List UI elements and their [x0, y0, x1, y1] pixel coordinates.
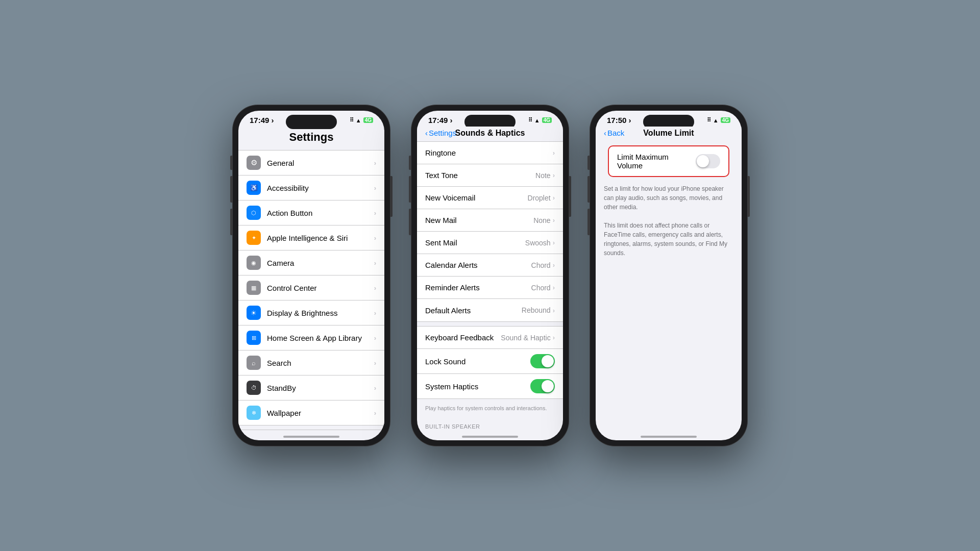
list-item-ringtone[interactable]: Ringtone › — [417, 142, 563, 164]
sounds-group-2: Keyboard Feedback Sound & Haptic › Lock … — [417, 326, 563, 399]
grid-icon-2: ⠿ — [528, 117, 532, 123]
status-bar-3: 17:50 › ⠿ ▲ 4G — [596, 111, 742, 127]
list-item-control-center[interactable]: ▦ Control Center › — [238, 276, 384, 300]
display-label: Display & Brightness — [267, 309, 374, 317]
haptics-note: Play haptics for system controls and int… — [417, 403, 563, 415]
accessibility-label: Accessibility — [267, 184, 374, 192]
apple-intelligence-label: Apple Intelligence & Siri — [267, 234, 374, 242]
standby-label: StandBy — [267, 384, 374, 392]
phone-2: 17:49 › ⠿ ▲ 4G ‹ Settings Sounds & Hapti… — [411, 105, 569, 446]
settings-title: Settings — [238, 127, 384, 150]
list-item-search[interactable]: ⌕ Search › — [238, 350, 384, 375]
ringtone-chevron: › — [553, 149, 555, 157]
action-button-label: Action Button — [267, 209, 374, 217]
grid-icon-3: ⠿ — [707, 117, 711, 123]
limit-volume-toggle[interactable] — [696, 154, 720, 168]
mute-switch-2 — [409, 156, 411, 170]
list-item-camera[interactable]: ◉ Camera › — [238, 251, 384, 276]
nav-title-3: Volume Limit — [643, 129, 694, 138]
list-item-default-alerts[interactable]: Default Alerts Rebound › — [417, 299, 563, 321]
control-center-chevron: › — [374, 284, 376, 292]
reminder-alerts-chevron: › — [553, 284, 555, 291]
text-tone-label: Text Tone — [425, 171, 535, 180]
sent-mail-value: Swoosh — [525, 239, 551, 247]
list-item-wallpaper[interactable]: ❄ Wallpaper › — [238, 400, 384, 425]
list-item-sent-mail[interactable]: Sent Mail Swoosh › — [417, 232, 563, 254]
display-icon: ☀ — [247, 306, 261, 320]
back-label-2: Settings — [429, 129, 456, 137]
nav-bar-2: ‹ Settings Sounds & Haptics — [417, 127, 563, 141]
calendar-alerts-value: Chord — [531, 261, 551, 269]
control-center-icon: ▦ — [247, 281, 261, 295]
camera-icon: ◉ — [247, 256, 261, 270]
list-item-general[interactable]: ⚙ General › — [238, 151, 384, 176]
sounds-haptics-content[interactable]: Ringtone › Text Tone Note › New Voicemai… — [417, 141, 563, 430]
new-mail-label: New Mail — [425, 216, 533, 224]
status-bar-1: 17:49 › ⠿ ▲ 4G — [238, 111, 384, 127]
list-item-system-haptics[interactable]: System Haptics — [417, 374, 563, 398]
mute-switch — [230, 156, 232, 170]
time-3: 17:50 › — [607, 116, 631, 124]
text-tone-value: Note — [535, 171, 551, 180]
home-bar-1 — [238, 430, 384, 440]
action-button-chevron: › — [374, 209, 376, 217]
limit-maximum-volume-row[interactable]: Limit Maximum Volume — [608, 145, 729, 177]
battery-icon-2: 4G — [542, 117, 552, 123]
text-tone-chevron: › — [553, 171, 555, 179]
calendar-alerts-chevron: › — [553, 261, 555, 269]
back-button-3[interactable]: ‹ Back — [604, 129, 624, 137]
system-haptics-toggle[interactable] — [530, 379, 555, 393]
volume-limit-content: Limit Maximum Volume Set a limit for how… — [596, 141, 742, 430]
settings-list[interactable]: ⚙ General › ♿ Accessibility › ⬡ Action B… — [238, 150, 384, 430]
phone-2-screen: 17:49 › ⠿ ▲ 4G ‹ Settings Sounds & Hapti… — [417, 111, 563, 440]
limit-toggle-label: Limit Maximum Volume — [617, 153, 696, 170]
back-button-2[interactable]: ‹ Settings — [425, 129, 456, 137]
home-indicator-1 — [283, 436, 339, 438]
action-button-icon: ⬡ — [247, 206, 261, 220]
apple-intelligence-icon: ✦ — [247, 231, 261, 245]
general-icon: ⚙ — [247, 156, 261, 170]
search-label: Search — [267, 359, 374, 367]
default-alerts-label: Default Alerts — [425, 306, 522, 315]
list-item-apple-intelligence[interactable]: ✦ Apple Intelligence & Siri › — [238, 226, 384, 251]
lock-sound-label: Lock Sound — [425, 357, 530, 366]
wifi-icon: ▲ — [356, 117, 361, 123]
list-item-reminder-alerts[interactable]: Reminder Alerts Chord › — [417, 277, 563, 299]
accessibility-icon: ♿ — [247, 181, 261, 195]
list-item-new-voicemail[interactable]: New Voicemail Droplet › — [417, 187, 563, 209]
keyboard-feedback-label: Keyboard Feedback — [425, 333, 501, 342]
limit-volume-knob — [697, 155, 709, 167]
home-screen-chevron: › — [374, 334, 376, 342]
power-button — [390, 176, 393, 217]
list-item-accessibility[interactable]: ♿ Accessibility › — [238, 176, 384, 201]
standby-icon: ⏱ — [247, 381, 261, 395]
new-mail-chevron: › — [553, 216, 555, 224]
keyboard-feedback-chevron: › — [553, 334, 555, 341]
list-item-lock-sound[interactable]: Lock Sound — [417, 349, 563, 374]
list-item-calendar-alerts[interactable]: Calendar Alerts Chord › — [417, 254, 563, 277]
wallpaper-label: Wallpaper — [267, 409, 374, 417]
time-2: 17:49 › — [428, 116, 453, 124]
mute-switch-3 — [587, 156, 590, 170]
list-item-display[interactable]: ☀ Display & Brightness › — [238, 300, 384, 325]
home-screen-icon: ⊞ — [247, 331, 261, 345]
display-chevron: › — [374, 309, 376, 317]
standby-chevron: › — [374, 384, 376, 392]
list-item-text-tone[interactable]: Text Tone Note › — [417, 164, 563, 187]
list-item-action-button[interactable]: ⬡ Action Button › — [238, 201, 384, 226]
list-item-new-mail[interactable]: New Mail None › — [417, 209, 563, 232]
home-indicator-2 — [462, 436, 518, 438]
lock-sound-knob — [542, 355, 554, 367]
lock-sound-toggle[interactable] — [530, 354, 555, 368]
ringtone-label: Ringtone — [425, 148, 553, 157]
list-item-keyboard-feedback[interactable]: Keyboard Feedback Sound & Haptic › — [417, 327, 563, 349]
battery-icon: 4G — [363, 117, 373, 123]
list-item-standby[interactable]: ⏱ StandBy › — [238, 375, 384, 400]
battery-icon-3: 4G — [721, 117, 730, 123]
settings-group-1: ⚙ General › ♿ Accessibility › ⬡ Action B… — [238, 150, 384, 425]
list-item-home-screen[interactable]: ⊞ Home Screen & App Library › — [238, 325, 384, 350]
status-icons-3: ⠿ ▲ 4G — [707, 117, 730, 123]
accessibility-chevron: › — [374, 184, 376, 192]
search-chevron: › — [374, 359, 376, 367]
power-2 — [569, 176, 571, 217]
